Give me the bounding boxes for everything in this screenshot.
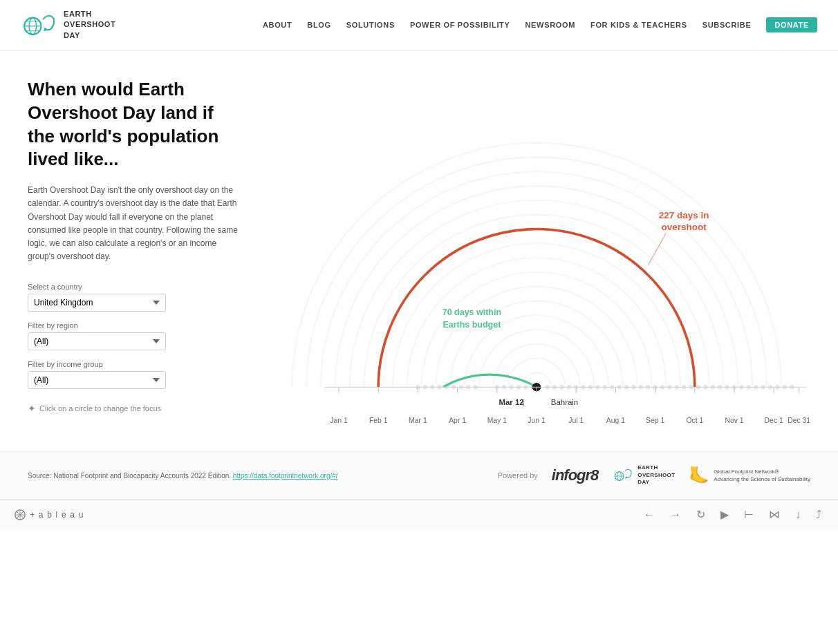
infogr8-logo: infogr8 [552, 466, 599, 484]
main-nav: ABOUT BLOG SOLUTIONS POWER OF POSSIBILIT… [263, 17, 817, 32]
tableau-back-btn[interactable]: ← [641, 507, 658, 522]
main-title: When would Earth Overshoot Day land if t… [28, 78, 242, 171]
tableau-share-btn[interactable]: ⋈ [766, 506, 783, 522]
region-form-group: Filter by region (All) Africa Asia Europ… [28, 321, 242, 350]
svg-text:Dec 31: Dec 31 [788, 417, 810, 424]
tableau-download-btn[interactable]: ↓ [792, 507, 803, 522]
svg-text:Sep 1: Sep 1 [646, 417, 664, 424]
svg-text:|: | [522, 398, 524, 406]
svg-text:overshoot: overshoot [662, 222, 707, 232]
region-select[interactable]: (All) Africa Asia Europe Middle East Nor… [28, 332, 166, 350]
click-hint-icon: ✦ [28, 403, 36, 414]
left-panel: When would Earth Overshoot Day land if t… [28, 78, 242, 437]
tableau-icon [14, 509, 26, 521]
tableau-logo: + a b l e a u [14, 509, 84, 521]
svg-text:Mar 12: Mar 12 [499, 398, 523, 406]
powered-footer: Source: National Footprint and Biocapaci… [0, 451, 838, 499]
svg-text:Bahrain: Bahrain [551, 398, 578, 406]
logo-text: EARTH OVERSHOOT DAY [64, 9, 115, 41]
nav-kids[interactable]: FOR KIDS & TEACHERS [590, 21, 687, 29]
gfn-logo: 🦶 Global Footprint Network®Advancing the… [689, 464, 810, 486]
nav-blog[interactable]: BLOG [307, 21, 330, 29]
gfn-text: Global Footprint Network®Advancing the S… [714, 468, 810, 483]
eod-logo-icon [21, 7, 57, 43]
eod-small-text: EARTH OVERSHOOT DAY [637, 464, 675, 486]
region-label: Filter by region [28, 321, 242, 330]
tableau-reload-btn[interactable]: ↻ [693, 506, 708, 522]
nav-power[interactable]: POWER OF POSSIBILITY [410, 21, 510, 29]
tableau-brand: + a b l e a u [30, 510, 84, 520]
tableau-home-btn[interactable]: ⊢ [741, 506, 756, 522]
powered-right: Powered by infogr8 EARTH OVERSHOOT DAY [498, 464, 810, 486]
country-form-group: Select a country United Kingdom Afghanis… [28, 283, 242, 312]
svg-marker-94 [626, 476, 628, 479]
svg-text:Apr 1: Apr 1 [449, 417, 466, 424]
income-label: Filter by income group [28, 360, 242, 368]
svg-text:Feb 1: Feb 1 [369, 417, 388, 424]
powered-by-label: Powered by [498, 471, 538, 480]
source-link[interactable]: https://data.footprintnetwork.org/#/ [233, 472, 338, 480]
svg-marker-5 [44, 27, 48, 31]
tableau-controls: ← → ↻ ▶ ⊢ ⋈ ↓ ⤴ [641, 506, 824, 522]
svg-text:Mar 1: Mar 1 [409, 417, 427, 424]
svg-text:Jul 1: Jul 1 [568, 417, 584, 424]
svg-text:Aug 1: Aug 1 [606, 417, 625, 424]
main-description: Earth Overshoot Day isn't the only overs… [28, 184, 242, 263]
income-select[interactable]: (All) High income Upper middle income Lo… [28, 371, 166, 389]
nav-donate[interactable]: DONATE [766, 17, 817, 32]
source-text: Source: National Footprint and Biocapaci… [28, 471, 338, 481]
tableau-footer: + a b l e a u ← → ↻ ▶ ⊢ ⋈ ↓ ⤴ [0, 499, 838, 529]
income-form-group: Filter by income group (All) High income… [28, 360, 242, 389]
click-hint: ✦ Click on a circle to change the focus [28, 403, 242, 414]
nav-newsroom[interactable]: NEWSROOM [525, 21, 576, 29]
svg-text:May 1: May 1 [487, 417, 508, 424]
logo-area: EARTH OVERSHOOT DAY [21, 7, 115, 43]
tableau-forward-btn[interactable]: → [667, 507, 684, 522]
nav-about[interactable]: ABOUT [263, 21, 292, 29]
nav-solutions[interactable]: SOLUTIONS [346, 21, 395, 29]
chart-svg: Mar 12 | Bahrain 227 days in overshoot 7… [263, 78, 810, 437]
svg-text:227 days in: 227 days in [659, 210, 709, 220]
country-select[interactable]: United Kingdom Afghanistan Albania Austr… [28, 294, 166, 312]
country-label: Select a country [28, 283, 242, 291]
eod-small-icon [612, 464, 634, 486]
svg-text:Jun 1: Jun 1 [528, 417, 546, 424]
site-header: EARTH OVERSHOOT DAY ABOUT BLOG SOLUTIONS… [0, 0, 838, 50]
svg-text:Earths budget: Earths budget [443, 320, 501, 330]
svg-text:Oct 1: Oct 1 [686, 417, 703, 424]
svg-text:70 days within: 70 days within [443, 307, 501, 317]
tableau-fullscreen-btn[interactable]: ⤴ [813, 507, 824, 522]
main-content: When would Earth Overshoot Day land if t… [0, 50, 838, 451]
tableau-play-btn[interactable]: ▶ [718, 506, 732, 522]
svg-text:Jan 1: Jan 1 [330, 417, 348, 424]
chart-panel[interactable]: Mar 12 | Bahrain 227 days in overshoot 7… [263, 78, 810, 437]
eod-logo-small: EARTH OVERSHOOT DAY [612, 464, 675, 486]
gfn-footprint-icon: 🦶 [689, 464, 709, 486]
svg-text:Nov 1: Nov 1 [725, 417, 743, 424]
chart-container: Mar 12 | Bahrain 227 days in overshoot 7… [263, 78, 810, 437]
svg-text:Dec 1: Dec 1 [765, 417, 783, 424]
nav-subscribe[interactable]: SUBSCRIBE [702, 21, 752, 29]
